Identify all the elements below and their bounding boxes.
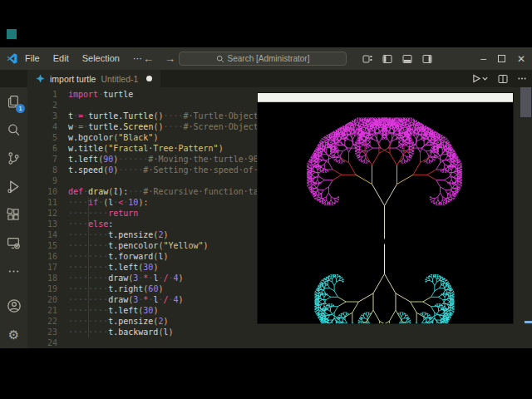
line-number: 5 xyxy=(27,132,57,143)
code-text: t·=·turtle.Turtle()····#·Turtle·Object xyxy=(68,111,259,121)
line-number: 2 xyxy=(27,100,57,111)
tab-title: import turtle xyxy=(50,74,96,84)
line-number: 3 xyxy=(27,111,57,121)
explorer-badge: 1 xyxy=(16,104,25,113)
line-number: 13 xyxy=(27,219,57,229)
menu-item-file[interactable]: File xyxy=(25,53,40,64)
code-text: w.title("Fractal·Tree·Pattern") xyxy=(68,143,224,154)
tab-bar: import turtle Untitled-1 xyxy=(0,70,532,87)
python-file-icon xyxy=(36,74,45,83)
back-button[interactable]: ← xyxy=(143,52,154,65)
menu-bar: FileEditSelection⋯ xyxy=(25,53,142,64)
code-text: ········t.pencolor("Yellow") xyxy=(68,240,209,251)
vscode-window: FileEditSelection⋯ ← → Search [Administr… xyxy=(0,47,532,348)
code-text: ········t.left(30) xyxy=(68,262,158,273)
minimap-marker xyxy=(525,321,532,323)
account-icon[interactable] xyxy=(0,292,27,320)
fractal-tree-canvas xyxy=(258,102,513,323)
activity-source-control[interactable] xyxy=(0,144,27,172)
run-python-file-button[interactable] xyxy=(472,74,489,83)
code-text: ········t.right(60) xyxy=(68,283,163,294)
activity-explorer[interactable]: 1 xyxy=(0,87,27,116)
split-editor-icon[interactable] xyxy=(498,74,508,84)
line-number: 22 xyxy=(27,316,57,327)
activity-extensions[interactable] xyxy=(0,200,27,229)
teal-watermark xyxy=(7,29,17,39)
line-number: 17 xyxy=(27,262,57,273)
toggle-panel-icon[interactable] xyxy=(402,54,412,64)
modified-dot-icon[interactable] xyxy=(146,76,152,81)
search-placeholder: Search [Administrator] xyxy=(228,54,310,63)
line-number: 14 xyxy=(27,229,57,240)
code-text: ····if·(l·<·10): xyxy=(68,197,148,208)
line-number: 1 xyxy=(27,89,57,100)
line-number: 9 xyxy=(27,175,57,186)
code-text: ········t.pensize(2) xyxy=(68,229,168,240)
code-text: ········t.pensize(2) xyxy=(68,316,168,327)
vscode-logo-icon xyxy=(7,53,17,64)
code-text: import·turtle xyxy=(68,89,133,100)
toggle-secondary-sidebar-icon[interactable] xyxy=(422,54,432,64)
customize-layout-icon[interactable] xyxy=(362,54,372,64)
line-number: 16 xyxy=(27,251,57,262)
line-number: 7 xyxy=(27,154,57,165)
activity-more-icon[interactable] xyxy=(0,257,27,285)
code-text: ········t.left(30) xyxy=(68,305,158,316)
code-text: ····else: xyxy=(68,219,113,229)
code-text: w·=·turtle.Screen()····#·Screen·Object xyxy=(68,121,259,132)
line-number: 24 xyxy=(27,337,57,348)
code-text: ········t.forward(l) xyxy=(68,251,168,262)
turtle-window-titlebar[interactable] xyxy=(258,93,513,102)
line-number: 12 xyxy=(27,208,57,219)
code-text: ········draw(3·*·l·/·4) xyxy=(68,273,184,283)
line-number: 4 xyxy=(27,121,57,132)
video-frame: FileEditSelection⋯ ← → Search [Administr… xyxy=(0,0,532,399)
forward-button[interactable]: → xyxy=(165,52,175,65)
search-input[interactable]: Search [Administrator] xyxy=(179,52,347,66)
line-number: 11 xyxy=(27,197,57,208)
code-text: w.bgcolor("Black") xyxy=(68,132,158,143)
code-text: t.speed(0)·····#·Setting·the·speed·of·th… xyxy=(68,165,288,175)
line-number: 15 xyxy=(27,240,57,251)
title-bar: FileEditSelection⋯ ← → Search [Administr… xyxy=(0,47,532,70)
activity-run-and-debug[interactable] xyxy=(0,172,27,200)
activity-search[interactable] xyxy=(0,116,27,144)
menu-item-edit[interactable]: Edit xyxy=(53,53,69,64)
line-number: 6 xyxy=(27,143,57,154)
line-number: 19 xyxy=(27,283,57,294)
line-number: 23 xyxy=(27,327,57,337)
code-text: ········return xyxy=(68,208,138,219)
turtle-graphics-window xyxy=(258,93,513,323)
line-number: 10 xyxy=(27,186,57,197)
editor-more-actions-icon[interactable] xyxy=(517,74,527,83)
settings-gear-icon[interactable]: ⚙ xyxy=(0,320,27,348)
code-text: def·draw(l):···#·Recursive·function·taki… xyxy=(68,186,288,197)
line-number: 8 xyxy=(27,165,57,175)
close-button[interactable]: ✕ xyxy=(517,53,525,65)
activity-remote-explorer[interactable] xyxy=(0,229,27,257)
tab-untitled-1[interactable]: import turtle Untitled-1 xyxy=(27,70,160,87)
activity-bar: 1 xyxy=(0,87,27,348)
tab-description: Untitled-1 xyxy=(101,74,138,84)
menu-item-[interactable]: ⋯ xyxy=(133,53,142,64)
code-text: ········draw(3·*·l·/·4) xyxy=(68,294,184,305)
line-number: 21 xyxy=(27,305,57,316)
editor-scrollbar[interactable] xyxy=(520,87,531,117)
line-number: 20 xyxy=(27,294,57,305)
code-text: ········t.backward(l) xyxy=(68,327,173,337)
toggle-primary-sidebar-icon[interactable] xyxy=(382,54,392,64)
menu-item-selection[interactable]: Selection xyxy=(82,53,120,64)
line-number: 18 xyxy=(27,273,57,283)
search-icon xyxy=(216,55,224,63)
minimize-button[interactable]: – xyxy=(480,53,486,65)
maximize-button[interactable] xyxy=(498,55,505,62)
code-line[interactable]: 24 xyxy=(27,337,532,348)
code-line[interactable]: 23········t.backward(l) xyxy=(27,327,532,337)
